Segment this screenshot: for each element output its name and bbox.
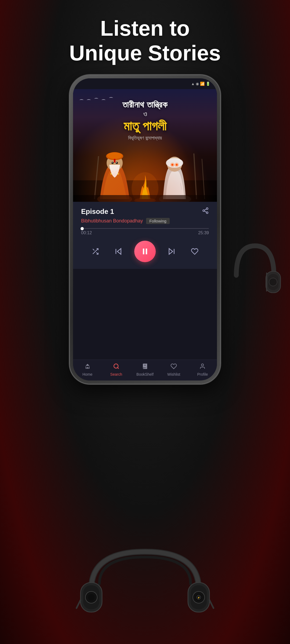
header-line1: Listen to: [100, 16, 190, 40]
headphone-right-decoration: [228, 232, 282, 327]
svg-point-49: [269, 278, 277, 286]
phone-screen: ▲ ◉ 📶 🔋 তারীনাথ তান্ত্রিক ও: [73, 78, 217, 380]
wishlist-label: Wishlist: [167, 372, 180, 376]
nav-bookshelf[interactable]: BookShelf: [134, 363, 156, 376]
previous-button[interactable]: [111, 244, 126, 259]
svg-rect-29: [73, 195, 217, 202]
header-line2: Unique Stories: [69, 41, 221, 65]
current-time: 00:12: [81, 230, 92, 235]
album-title-bengali-1: তারীনাথ তান্ত্রিক: [73, 100, 217, 110]
svg-rect-40: [143, 248, 144, 254]
home-label: Home: [82, 372, 92, 376]
progress-track[interactable]: [81, 228, 209, 229]
svg-point-14: [116, 162, 117, 163]
play-pause-button[interactable]: [134, 241, 156, 262]
like-button[interactable]: [187, 244, 202, 259]
svg-point-44: [114, 364, 118, 368]
svg-point-31: [203, 210, 205, 212]
next-button[interactable]: [164, 244, 179, 259]
progress-dot: [81, 227, 84, 230]
status-icons: ▲ ◉ 📶 🔋: [191, 82, 210, 86]
svg-point-23: [175, 163, 179, 167]
svg-line-59: [209, 600, 213, 608]
phone-notch: [124, 78, 166, 86]
share-icon[interactable]: [202, 207, 209, 216]
bookshelf-label: BookShelf: [136, 372, 154, 376]
following-badge[interactable]: Following: [146, 218, 169, 224]
controls-row: [81, 235, 209, 265]
phone-wrapper: ▲ ◉ 📶 🔋 তারীনাথ তান্ত্রিক ও: [70, 75, 220, 384]
author-row: Bibhutibhusan Bondopadhay Following: [81, 218, 209, 224]
episode-row: Episode 1: [81, 207, 209, 216]
svg-rect-10: [114, 159, 115, 163]
bottom-nav: Home Search: [73, 360, 217, 380]
headphone-bottom-decoration: ⚡: [75, 536, 215, 623]
svg-point-9: [107, 152, 122, 159]
header-title: Listen to Unique Stories: [0, 16, 290, 65]
svg-line-34: [204, 209, 206, 210]
svg-line-33: [204, 211, 206, 212]
header-section: Listen to Unique Stories: [0, 16, 290, 65]
svg-marker-42: [169, 248, 172, 254]
svg-point-53: [88, 594, 95, 601]
svg-point-13: [112, 162, 113, 163]
album-art: তারীনাথ তান্ত্রিক ও মাতু পাগলী বিভূতিভূষ…: [73, 89, 217, 202]
svg-point-30: [206, 208, 208, 210]
nav-search[interactable]: Search: [106, 363, 127, 376]
svg-point-32: [206, 212, 208, 214]
nav-wishlist[interactable]: Wishlist: [163, 363, 184, 376]
album-author-bengali: বিভূতিভূষণ বন্দোপাধ্যায়: [73, 135, 217, 141]
search-icon: [113, 363, 119, 371]
svg-marker-38: [117, 248, 121, 254]
home-icon: [84, 363, 91, 371]
profile-icon: [199, 363, 206, 371]
wishlist-icon: [171, 363, 177, 371]
progress-container[interactable]: [81, 228, 209, 229]
svg-point-46: [201, 364, 204, 366]
episode-title: Episode 1: [81, 207, 114, 216]
album-title-overlay: তারীনাথ তান্ত্রিক ও মাতু পাগলী বিভূতিভূষ…: [73, 100, 217, 141]
time-row: 00:12 25:39: [81, 230, 209, 235]
player-section: Episode 1 Bibhutibhusan Bondopadhay: [73, 202, 217, 269]
album-title-bengali-2: মাতু পাগলী: [73, 119, 217, 134]
profile-label: Profile: [197, 372, 208, 376]
bookshelf-icon: [142, 363, 148, 371]
svg-line-37: [93, 249, 95, 251]
phone-outer: ▲ ◉ 📶 🔋 তারীনাথ তান্ত্রিক ও: [70, 75, 220, 384]
svg-rect-41: [146, 248, 147, 254]
svg-line-54: [77, 600, 81, 608]
nav-home[interactable]: Home: [77, 363, 98, 376]
svg-point-22: [170, 163, 175, 167]
svg-text:⚡: ⚡: [197, 596, 200, 599]
search-label: Search: [110, 372, 122, 376]
nav-profile[interactable]: Profile: [192, 363, 213, 376]
album-title-ampersand: ও: [73, 110, 217, 119]
author-name: Bibhutibhusan Bondopadhay: [81, 218, 143, 224]
svg-line-45: [117, 368, 118, 369]
total-time: 25:39: [198, 230, 209, 235]
shuffle-button[interactable]: [88, 244, 103, 259]
